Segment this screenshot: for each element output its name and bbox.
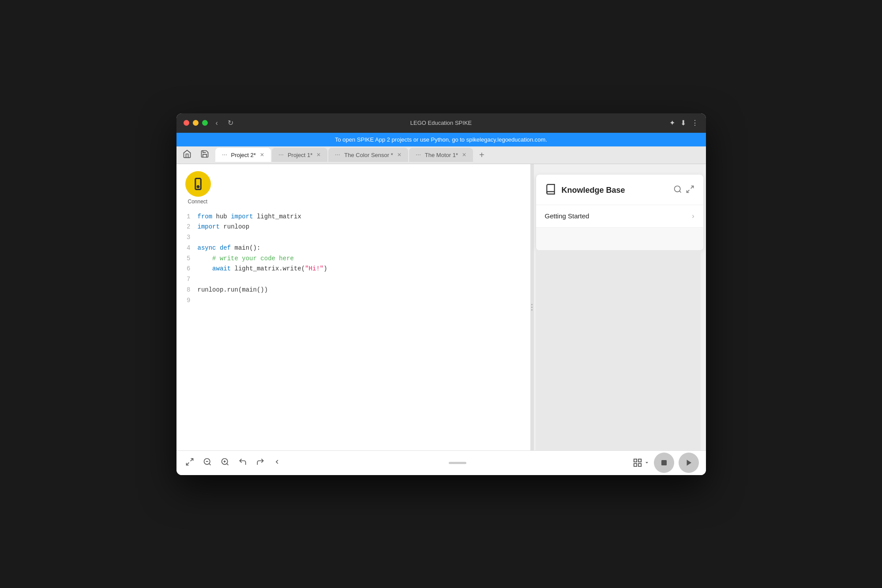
play-button[interactable] bbox=[679, 453, 699, 473]
download-button[interactable]: ⬇ bbox=[680, 119, 686, 127]
drag-handle[interactable] bbox=[449, 462, 466, 464]
grid-view-button[interactable] bbox=[633, 458, 649, 468]
svg-rect-16 bbox=[638, 459, 641, 462]
svg-point-2 bbox=[674, 186, 680, 192]
stop-button[interactable] bbox=[654, 453, 674, 473]
back-button[interactable]: ‹ bbox=[213, 118, 221, 128]
code-line-1: 1 from hub import light_matrix bbox=[184, 212, 523, 222]
svg-rect-17 bbox=[634, 464, 636, 466]
titlebar-actions: ✦ ⬇ ⋮ bbox=[669, 119, 698, 127]
tab-close-button[interactable]: ✕ bbox=[461, 152, 468, 158]
tab-color-sensor[interactable]: ⋯ The Color Sensor * ✕ bbox=[328, 148, 408, 162]
undo-button[interactable] bbox=[236, 456, 249, 470]
chevron-right-icon: › bbox=[692, 212, 694, 220]
home-button[interactable] bbox=[180, 149, 194, 161]
tab-menu-button[interactable]: ⋯ bbox=[221, 152, 229, 158]
kb-header: Knowledge Base bbox=[536, 175, 703, 205]
titlebar: ‹ ↻ LEGO Education SPIKE ✦ ⬇ ⋮ bbox=[176, 113, 706, 133]
info-banner: To open SPIKE App 2 projects or use Pyth… bbox=[176, 133, 706, 146]
svg-line-7 bbox=[186, 462, 189, 465]
svg-rect-15 bbox=[634, 459, 636, 462]
book-icon bbox=[545, 184, 556, 198]
save-button[interactable] bbox=[198, 149, 212, 161]
kb-container: Knowledge Base bbox=[534, 164, 706, 450]
code-line-8: 8 runloop.run(main()) bbox=[184, 285, 523, 296]
resize-handle[interactable] bbox=[530, 164, 534, 450]
collapse-button[interactable] bbox=[272, 457, 282, 469]
main-content: Connect 1 from hub import light_matrix 2… bbox=[176, 164, 706, 450]
kb-title: Knowledge Base bbox=[562, 186, 625, 195]
tab-close-button[interactable]: ✕ bbox=[259, 152, 266, 158]
window-controls bbox=[184, 120, 208, 126]
tabbar-left bbox=[180, 149, 212, 161]
bottom-tools-right bbox=[633, 453, 699, 473]
connect-label: Connect bbox=[188, 198, 208, 205]
close-window-button[interactable] bbox=[184, 120, 189, 126]
more-options-button[interactable]: ⋮ bbox=[691, 119, 698, 127]
code-line-5: 5 # write your code here bbox=[184, 254, 523, 264]
bottom-toolbar bbox=[176, 450, 706, 475]
code-line-3: 3 bbox=[184, 232, 523, 243]
svg-line-9 bbox=[209, 463, 210, 465]
redo-button[interactable] bbox=[254, 456, 266, 470]
svg-line-6 bbox=[190, 458, 193, 461]
code-line-2: 2 import runloop bbox=[184, 222, 523, 232]
tab-menu-button[interactable]: ⋯ bbox=[277, 152, 285, 158]
window-title: LEGO Education SPIKE bbox=[410, 120, 472, 126]
svg-rect-19 bbox=[661, 460, 667, 465]
tab-close-button[interactable]: ✕ bbox=[396, 152, 403, 158]
extensions-button[interactable]: ✦ bbox=[669, 119, 675, 127]
svg-line-3 bbox=[679, 191, 681, 193]
svg-line-12 bbox=[226, 463, 228, 465]
fullscreen-button[interactable] bbox=[184, 456, 196, 470]
tab-project2[interactable]: ⋯ Project 2* ✕ bbox=[215, 148, 271, 162]
svg-marker-20 bbox=[687, 460, 691, 466]
code-editor[interactable]: 1 from hub import light_matrix 2 import … bbox=[176, 208, 530, 450]
code-editor-area: Connect 1 from hub import light_matrix 2… bbox=[176, 164, 530, 450]
code-line-4: 4 async def main(): bbox=[184, 243, 523, 254]
bottom-tools-left bbox=[184, 456, 282, 470]
nav-controls: ‹ ↻ bbox=[213, 118, 236, 128]
tab-project1[interactable]: ⋯ Project 1* ✕ bbox=[272, 148, 327, 162]
tab-bar: ⋯ Project 2* ✕ ⋯ Project 1* ✕ ⋯ The Colo… bbox=[176, 146, 706, 164]
maximize-window-button[interactable] bbox=[202, 120, 208, 126]
svg-rect-18 bbox=[638, 464, 641, 466]
tab-motor[interactable]: ⋯ The Motor 1* ✕ bbox=[409, 148, 473, 162]
add-tab-button[interactable]: + bbox=[476, 150, 488, 160]
tab-close-button[interactable]: ✕ bbox=[315, 152, 322, 158]
svg-point-1 bbox=[197, 186, 199, 187]
svg-line-4 bbox=[691, 186, 693, 189]
connect-area: Connect bbox=[176, 164, 530, 208]
code-line-7: 7 bbox=[184, 274, 523, 285]
tabs-container: ⋯ Project 2* ✕ ⋯ Project 1* ✕ ⋯ The Colo… bbox=[215, 148, 702, 162]
refresh-button[interactable]: ↻ bbox=[225, 118, 236, 128]
kb-lower-area bbox=[536, 250, 701, 450]
knowledge-base-panel: Knowledge Base bbox=[536, 175, 703, 250]
zoom-out-button[interactable] bbox=[201, 456, 214, 470]
code-line-6: 6 await light_matrix.write("Hi!") bbox=[184, 264, 523, 274]
tab-menu-button[interactable]: ⋯ bbox=[414, 152, 422, 158]
minimize-window-button[interactable] bbox=[193, 120, 199, 126]
svg-line-5 bbox=[687, 190, 689, 193]
kb-expand-button[interactable] bbox=[686, 185, 694, 196]
kb-items-list: Getting Started › API Modules › bbox=[536, 205, 703, 228]
app-window: ‹ ↻ LEGO Education SPIKE ✦ ⬇ ⋮ To open S… bbox=[176, 113, 706, 475]
kb-header-actions bbox=[673, 185, 694, 196]
bottom-center bbox=[282, 462, 633, 464]
kb-item-getting-started[interactable]: Getting Started › bbox=[536, 205, 703, 228]
connect-button[interactable] bbox=[185, 171, 211, 197]
code-line-9: 9 bbox=[184, 296, 523, 306]
kb-empty-area bbox=[536, 228, 703, 250]
kb-search-button[interactable] bbox=[673, 185, 682, 196]
tab-menu-button[interactable]: ⋯ bbox=[334, 152, 342, 158]
zoom-in-button[interactable] bbox=[219, 456, 231, 470]
